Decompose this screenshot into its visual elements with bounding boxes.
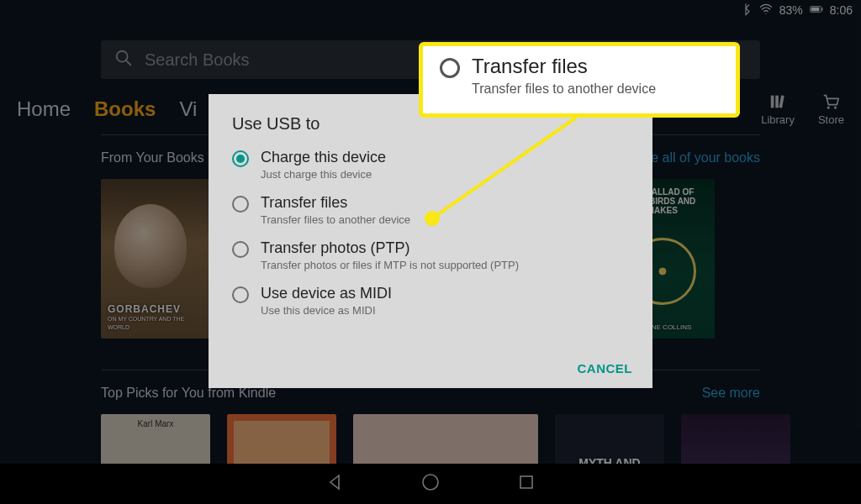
usb-option-charge[interactable]: Charge this device Just charge this devi… [232,149,629,181]
radio-icon [232,286,249,303]
option-label: Transfer photos (PTP) [261,239,519,257]
option-label: Use device as MIDI [261,285,392,302]
option-label: Charge this device [261,149,386,166]
option-sub: Transfer photos or files if MTP is not s… [261,259,519,271]
radio-icon [440,58,460,78]
usb-option-transfer-photos[interactable]: Transfer photos (PTP) Transfer photos or… [232,239,629,271]
radio-icon [232,150,249,167]
option-label: Transfer files [261,194,410,212]
option-sub: Use this device as MIDI [261,304,392,317]
radio-icon [232,196,249,213]
highlight-callout: Transfer files Transfer files to another… [419,42,740,118]
usb-option-midi[interactable]: Use device as MIDI Use this device as MI… [232,285,629,317]
option-sub: Just charge this device [261,168,386,181]
callout-sub: Transfer files to another device [472,81,656,97]
radio-icon [232,241,249,258]
callout-label: Transfer files [472,55,656,78]
cancel-button[interactable]: CANCEL [578,361,633,375]
usb-option-transfer-files[interactable]: Transfer files Transfer files to another… [232,194,629,226]
option-sub: Transfer files to another device [261,213,410,226]
usb-dialog: Use USB to Charge this device Just charg… [209,94,652,388]
